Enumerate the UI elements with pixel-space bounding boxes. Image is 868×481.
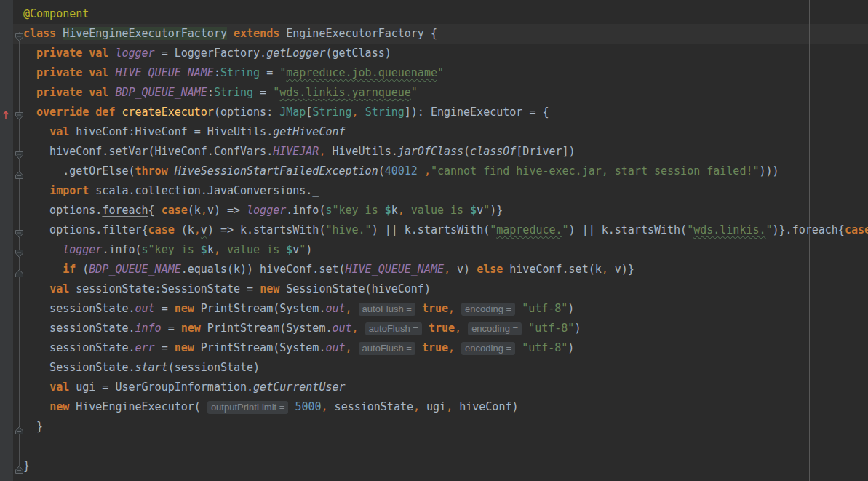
token-d — [56, 27, 63, 40]
token-d: ugi = UserGroupInformation. — [69, 381, 253, 394]
token-str: " — [562, 223, 569, 236]
token-ty: JMap — [279, 106, 306, 119]
token-k: true — [422, 302, 448, 315]
code-text: new HiveEngineExecutor( outputPrintLimit… — [23, 397, 519, 417]
token-d: (sessionState) — [168, 361, 260, 374]
token-d — [227, 27, 234, 40]
token-str: value is — [405, 204, 470, 217]
token-d — [168, 164, 175, 178]
token-kc: , — [352, 106, 359, 119]
token-d — [422, 322, 429, 335]
code-text: private val BDP_QUEUE_NAME:String = "wds… — [23, 83, 418, 103]
token-d — [23, 47, 36, 60]
token-fld: out — [332, 322, 351, 335]
token-kc: , — [444, 263, 450, 276]
parameter-hint: encoding = — [468, 322, 522, 335]
code-line: sessionState.info = new PrintStream(Syst… — [0, 319, 868, 338]
token-d: = — [260, 66, 279, 79]
token-k: new — [175, 341, 194, 354]
token-strw: wds.linkis.yarnqueue — [279, 86, 411, 99]
token-d: HiveEngineExecutor( — [69, 400, 207, 413]
token-k: if — [63, 263, 76, 276]
token-kc: , — [398, 204, 405, 217]
parameter-hint: autoFlush = — [359, 342, 415, 355]
token-d — [352, 302, 359, 315]
token-it: classOf — [470, 145, 516, 158]
token-d: v — [292, 243, 299, 256]
token-k: case — [148, 223, 175, 236]
code-line: options.foreach{ case(k,v) => logger.inf… — [0, 201, 868, 220]
token-str: "utf-8" — [522, 341, 568, 354]
token-d: { — [142, 223, 148, 236]
token-ann: @Component — [23, 7, 89, 20]
token-d — [23, 125, 49, 138]
token-d — [23, 243, 63, 256]
token-d: sessionState. — [23, 322, 135, 335]
token-k: new — [260, 282, 279, 295]
token-strw: mapreduce.job.queuename — [286, 66, 437, 79]
token-k: val — [89, 66, 108, 79]
token-d: PrintStream(System. — [201, 322, 333, 335]
token-d: = — [155, 341, 175, 354]
token-d: sessionState. — [23, 341, 135, 354]
token-str: "utf-8" — [528, 322, 574, 335]
token-kc: , — [346, 302, 352, 315]
token-d: .info( — [286, 204, 325, 217]
code-lines: @Componentclass HiveEngineExecutorFactor… — [0, 0, 868, 481]
token-d: ))) — [759, 164, 779, 178]
code-line: val ugi = UserGroupInformation.getCurren… — [0, 378, 868, 397]
token-d: ugi — [420, 400, 446, 413]
token-d — [455, 341, 461, 354]
token-d: ) || k.startsWith( — [372, 223, 490, 236]
code-line: override def createExecutor(options: JMa… — [0, 103, 868, 122]
token-k: true — [422, 341, 448, 354]
token-str: " — [437, 66, 444, 79]
code-line: private val BDP_QUEUE_NAME:String = "wds… — [0, 83, 868, 103]
token-d: = LoggerFactory. — [155, 47, 267, 60]
code-editor[interactable]: @Componentclass HiveEngineExecutorFactor… — [0, 0, 868, 481]
token-num: 40012 — [385, 164, 418, 178]
token-fld: out — [325, 302, 345, 315]
code-line: class HiveEngineExecutorFactory extends … — [0, 24, 868, 44]
code-text: private val HIVE_QUEUE_NAME:String = "ma… — [23, 63, 444, 83]
token-fld: HIVE_QUEUE_NAME — [115, 66, 213, 79]
token-d — [455, 302, 461, 315]
token-d: ) || k.startsWith( — [569, 223, 688, 236]
token-d: : — [214, 66, 220, 79]
token-d: (options: — [214, 106, 279, 119]
token-d — [461, 322, 468, 335]
token-str: "key is — [332, 204, 384, 217]
token-d — [23, 400, 49, 413]
code-text: override def createExecutor(options: JMa… — [23, 103, 549, 122]
token-d: ( — [463, 145, 470, 158]
token-dol: $ — [470, 204, 477, 217]
code-text: options.foreach{ case(k,v) => logger.inf… — [23, 201, 503, 220]
token-k: private — [36, 66, 82, 79]
override-method-arrow-icon[interactable] — [1, 107, 10, 118]
token-k: throw — [135, 164, 168, 178]
token-d: (k — [188, 204, 201, 217]
token-k: class — [23, 27, 56, 40]
token-str: " — [279, 66, 286, 79]
token-fld: out — [325, 341, 345, 354]
token-fld: logger — [63, 243, 102, 256]
token-d — [359, 322, 365, 335]
token-d: PrintStream(System. — [194, 302, 326, 315]
token-d: options. — [23, 223, 102, 236]
token-d — [23, 86, 36, 99]
token-strw: mapreduce. — [496, 223, 562, 236]
token-fld: out — [135, 302, 155, 315]
token-d — [522, 322, 528, 335]
code-text: } — [23, 417, 43, 437]
token-hl: HiveEngineExecutorFactory — [63, 27, 227, 40]
parameter-hint: autoFlush = — [365, 322, 422, 335]
code-text: SessionState.start(sessionState) — [23, 358, 260, 378]
code-line: sessionState.err = new PrintStream(Syste… — [0, 338, 868, 358]
token-fld: BDP_QUEUE_NAME — [89, 263, 180, 276]
token-kc: , — [322, 400, 328, 413]
token-d: = — [253, 86, 273, 99]
token-d: ) — [574, 322, 581, 335]
token-ty: String — [312, 106, 351, 119]
token-str: " — [687, 223, 693, 236]
token-k: val — [49, 381, 69, 394]
